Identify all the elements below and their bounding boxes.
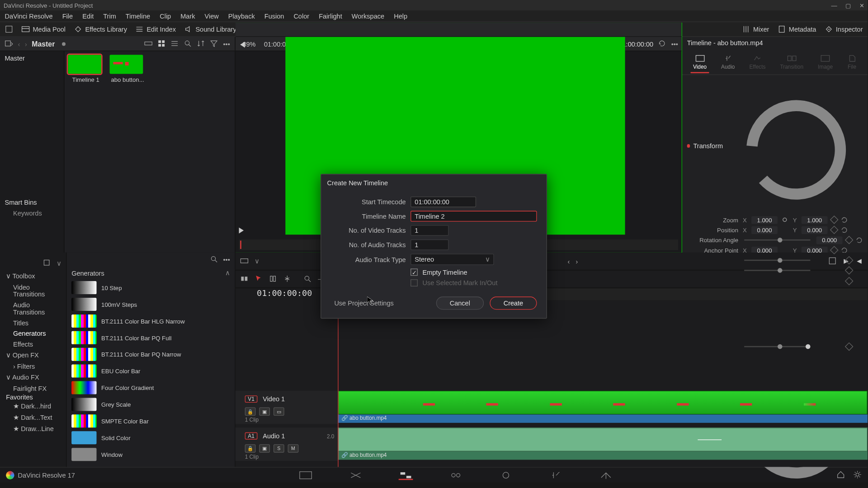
bin-dropdown-icon[interactable] (5, 39, 13, 48)
empty-timeline-checkbox[interactable] (410, 268, 418, 276)
page-fusion[interactable] (448, 470, 463, 480)
smart-bins-header[interactable]: Smart Bins (5, 199, 59, 206)
fx-audio-transitions[interactable]: Audio Transitions (2, 300, 64, 318)
video-clip[interactable] (338, 391, 868, 415)
fx-item[interactable]: 10 Step (71, 279, 231, 296)
fx-generators[interactable]: Generators (2, 328, 64, 339)
insert-mode-icon[interactable] (240, 274, 248, 284)
fx-panel-icon[interactable] (43, 258, 52, 268)
media-pool-button[interactable]: Media Pool (21, 25, 66, 33)
playhead[interactable] (338, 300, 338, 467)
video-tracks-field[interactable]: 1 (410, 225, 448, 236)
reset-icon[interactable] (841, 226, 848, 234)
skip-start-icon[interactable] (238, 41, 246, 49)
zoom-y-field[interactable]: 1.000 (802, 216, 828, 224)
start-tc-field[interactable]: 01:00:00:00 (410, 197, 476, 207)
fullscreen-icon[interactable] (5, 25, 13, 33)
list-view-icon[interactable] (171, 39, 179, 48)
sound-library-button[interactable]: Sound Library (184, 25, 236, 33)
menu-trim[interactable]: Trim (103, 13, 116, 20)
next-edit-icon[interactable]: › (576, 258, 578, 265)
fx-item[interactable]: EBU Color Bar (71, 363, 231, 380)
page-media[interactable] (298, 470, 313, 480)
chevron-down-icon[interactable]: ∨ (57, 259, 61, 267)
menu-playback[interactable]: Playback (228, 13, 255, 20)
fx-fav-item[interactable]: ★ Dark...Text (2, 412, 64, 423)
effects-library-button[interactable]: Effects Library (74, 25, 127, 33)
track-header-a1[interactable]: A1 Audio 1 2.0 🔒▣SM 1 Clip (236, 427, 338, 461)
menu-resolve[interactable]: DaVinci Resolve (5, 13, 53, 20)
fx-more-icon[interactable]: ••• (223, 256, 230, 263)
chevron-down-icon[interactable]: ∨ (255, 257, 259, 265)
prev-edit-icon[interactable]: ‹ (568, 258, 570, 265)
keyframe-icon[interactable] (830, 226, 839, 235)
fx-fav-item[interactable]: ★ Draw...Line (2, 423, 64, 435)
track-view-icon[interactable]: ▭ (274, 408, 284, 416)
prev-frame-icon[interactable] (856, 258, 863, 265)
zoom-x-field[interactable]: 1.000 (751, 216, 778, 224)
menu-mark[interactable]: Mark (180, 13, 195, 20)
solo-button[interactable]: S (274, 444, 284, 452)
track-tag[interactable]: V1 (245, 395, 258, 403)
arrow-tool-icon[interactable] (255, 274, 263, 284)
pitch-slider[interactable] (744, 260, 810, 261)
thumb-view-icon[interactable] (158, 39, 166, 48)
menu-clip[interactable]: Clip (160, 13, 171, 20)
audio-type-select[interactable]: Stereo∨ (410, 253, 494, 265)
link-icon[interactable] (781, 216, 788, 224)
edit-index-button[interactable]: Edit Index (135, 25, 176, 33)
menu-help[interactable]: Help (394, 13, 407, 20)
page-fairlight[interactable] (549, 470, 563, 480)
fx-item[interactable]: Window (71, 446, 231, 463)
fx-item[interactable]: BT.2111 Color Bar PQ Narrow (71, 346, 231, 363)
page-color[interactable] (499, 470, 513, 480)
keyframe-icon[interactable] (845, 236, 854, 244)
home-icon[interactable] (836, 470, 844, 480)
cancel-button[interactable]: Cancel (436, 296, 484, 310)
nav-back-icon[interactable]: ‹ (18, 40, 20, 47)
audio-tracks-field[interactable]: 1 (410, 239, 448, 250)
track-header-v1[interactable]: V1 Video 1 🔒▣▭ 1 Clip (236, 391, 338, 424)
maximize-icon[interactable]: ▢ (845, 2, 851, 9)
lock-icon[interactable]: 🔒 (245, 408, 256, 416)
minimize-icon[interactable]: — (831, 2, 837, 9)
strip-view-icon[interactable] (145, 39, 153, 48)
timeline-tracks[interactable]: 🔗 abo button.mp4 🔗 abo button.mp4 (338, 300, 868, 467)
tab-video[interactable]: Video (691, 52, 709, 73)
fx-item[interactable]: Four Color Gradient (71, 380, 231, 396)
section-transform[interactable]: Transform (687, 77, 863, 215)
clip-thumb[interactable]: abo button... (110, 55, 146, 83)
reset-icon[interactable] (730, 80, 863, 213)
menu-fusion[interactable]: Fusion (264, 13, 284, 20)
page-edit[interactable] (399, 470, 413, 480)
fx-effects[interactable]: Effects (2, 339, 64, 350)
menu-workspace[interactable]: Workspace (352, 13, 384, 20)
fx-audiofx[interactable]: ∨ Audio FX (2, 371, 64, 383)
fx-openfx[interactable]: ∨ Open FX (2, 350, 64, 361)
skip-end-icon[interactable] (238, 226, 246, 235)
fx-toolbox[interactable]: ∨ Toolbox (2, 270, 64, 282)
reset-icon[interactable] (841, 216, 848, 224)
bin-master[interactable]: Master (5, 55, 59, 62)
fx-search-icon[interactable] (210, 255, 218, 264)
breadcrumb[interactable]: Master (32, 40, 55, 48)
fx-filters[interactable]: › Filters (2, 361, 64, 372)
fx-item[interactable]: Grey Scale (71, 396, 231, 413)
fx-item[interactable]: BT.2111 Color Bar PQ Full (71, 329, 231, 346)
mixer-button[interactable]: Mixer (742, 25, 769, 33)
tab-audio[interactable]: Audio (719, 52, 737, 73)
audio-clip[interactable] (338, 427, 868, 451)
create-button[interactable]: Create (490, 296, 537, 310)
menu-file[interactable]: File (62, 13, 73, 20)
close-icon[interactable]: ✕ (859, 2, 864, 9)
settings-icon[interactable] (853, 470, 861, 480)
menu-edit[interactable]: Edit (82, 13, 94, 20)
fx-item[interactable]: SMPTE Color Bar (71, 413, 231, 429)
sort-icon[interactable] (197, 39, 205, 48)
nav-fwd-icon[interactable]: › (25, 40, 27, 47)
menu-view[interactable]: View (205, 13, 219, 20)
menu-timeline[interactable]: Timeline (126, 13, 150, 20)
tl-view-icon[interactable] (240, 256, 248, 266)
menu-fairlight[interactable]: Fairlight (319, 13, 342, 20)
page-deliver[interactable] (599, 470, 613, 480)
